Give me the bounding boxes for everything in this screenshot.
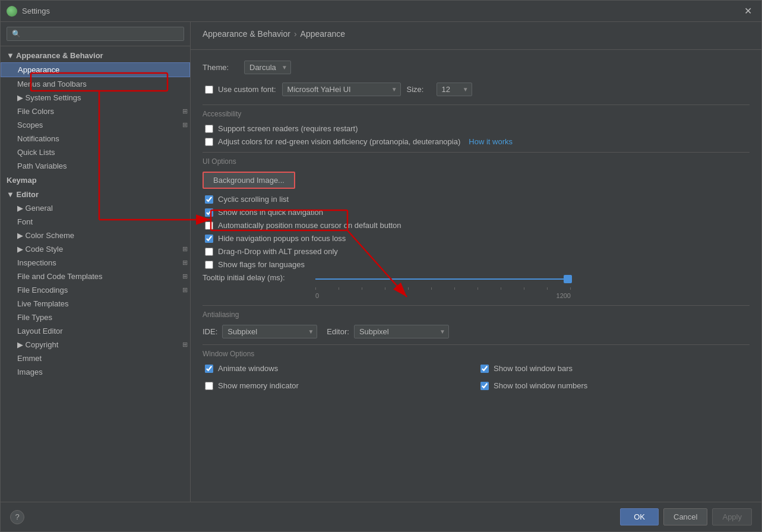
sidebar-item-quick-lists[interactable]: Quick Lists xyxy=(1,145,190,159)
sidebar-item-copyright[interactable]: ▶ Copyright ⊞ xyxy=(1,338,190,352)
accessibility-title: Accessibility xyxy=(203,110,750,118)
screen-reader-checkbox[interactable] xyxy=(205,125,213,133)
apply-button[interactable]: Apply xyxy=(712,508,752,525)
screen-reader-row: Support screen readers (requires restart… xyxy=(203,124,750,133)
search-input[interactable] xyxy=(7,27,184,41)
copy-icon7: ⊞ xyxy=(182,341,188,349)
color-adj-checkbox[interactable] xyxy=(205,138,213,146)
show-flags-label[interactable]: Show flags for languages xyxy=(218,260,305,269)
custom-font-label[interactable]: Use custom font: xyxy=(218,85,276,94)
ide-label: IDE: xyxy=(203,327,217,336)
font-row: Use custom font: Microsoft YaHei UI ▼ Si… xyxy=(203,83,750,96)
sidebar-item-code-style[interactable]: ▶ Code Style ⊞ xyxy=(1,242,190,256)
show-memory-checkbox[interactable] xyxy=(205,382,213,390)
tick xyxy=(524,287,524,290)
help-button[interactable]: ? xyxy=(10,510,24,524)
sidebar-item-menus-toolbars[interactable]: Menus and Toolbars xyxy=(1,77,190,91)
background-image-button[interactable]: Background Image... xyxy=(203,172,295,189)
sidebar-item-keymap[interactable]: Keymap xyxy=(1,173,190,188)
sidebar-item-file-code-templates[interactable]: File and Code Templates ⊞ xyxy=(1,270,190,283)
window-title: Settings xyxy=(22,7,741,15)
sidebar-item-font[interactable]: Font xyxy=(1,215,190,229)
bottom-left: ? xyxy=(10,510,24,524)
sidebar-item-appearance[interactable]: Appearance xyxy=(1,62,190,77)
slider-track[interactable] xyxy=(315,273,571,285)
ide-dropdown-wrapper[interactable]: Subpixel ▼ xyxy=(222,325,317,338)
sidebar-item-layout-editor[interactable]: Layout Editor xyxy=(1,324,190,338)
sidebar-item-file-types[interactable]: File Types xyxy=(1,311,190,324)
show-tool-numbers-checkbox[interactable] xyxy=(480,382,489,390)
cyclic-scroll-label[interactable]: Cyclic scrolling in list xyxy=(218,195,289,204)
sidebar-item-color-scheme[interactable]: ▶ Color Scheme xyxy=(1,229,190,242)
sidebar-item-emmet[interactable]: Emmet xyxy=(1,352,190,365)
sidebar-item-images[interactable]: Images xyxy=(1,365,190,379)
editor-dropdown-wrapper[interactable]: Subpixel ▼ xyxy=(354,325,449,338)
close-button[interactable]: ✕ xyxy=(741,4,755,18)
show-tool-bars-checkbox[interactable] xyxy=(480,365,489,373)
tooltip-row: Tooltip initial delay (ms): xyxy=(203,273,750,299)
breadcrumb: Appearance & Behavior › Appearance xyxy=(191,22,761,43)
sidebar-item-file-colors[interactable]: File Colors ⊞ xyxy=(1,104,190,118)
screen-reader-label[interactable]: Support screen readers (requires restart… xyxy=(218,124,358,133)
sidebar-item-file-encodings[interactable]: File Encodings ⊞ xyxy=(1,283,190,297)
tick xyxy=(385,287,385,290)
tick xyxy=(570,287,571,290)
show-icons-checkbox[interactable] xyxy=(205,208,213,217)
cyclic-scroll-row: Cyclic scrolling in list xyxy=(203,195,750,204)
size-select[interactable]: 12 xyxy=(437,83,472,96)
sidebar-item-scopes[interactable]: Scopes ⊞ xyxy=(1,118,190,132)
font-dropdown-wrapper[interactable]: Microsoft YaHei UI ▼ xyxy=(282,83,401,96)
cancel-button[interactable]: Cancel xyxy=(663,508,707,525)
ok-button[interactable]: OK xyxy=(620,508,659,525)
antialiasing-row: IDE: Subpixel ▼ Editor: xyxy=(203,325,750,338)
hide-nav-checkbox[interactable] xyxy=(205,235,213,243)
search-box[interactable] xyxy=(1,22,190,46)
theme-select[interactable]: Darcula xyxy=(244,61,291,74)
tick xyxy=(454,287,455,290)
show-tool-numbers-row: Show tool window numbers xyxy=(478,381,750,390)
auto-pos-checkbox[interactable] xyxy=(205,221,213,230)
sidebar-item-system-settings[interactable]: ▶ System Settings xyxy=(1,91,190,104)
cyclic-scroll-checkbox[interactable] xyxy=(205,195,213,204)
sidebar-item-inspections[interactable]: Inspections ⊞ xyxy=(1,256,190,270)
slider-thumb[interactable] xyxy=(564,275,572,283)
color-adj-label[interactable]: Adjust colors for red-green vision defic… xyxy=(218,137,460,146)
sidebar-item-live-templates[interactable]: Live Templates xyxy=(1,297,190,311)
dnd-alt-label[interactable]: Drag-n-Drop with ALT pressed only xyxy=(218,247,338,256)
theme-label: Theme: xyxy=(203,63,238,72)
copy-icon5: ⊞ xyxy=(182,273,188,280)
tooltip-label: Tooltip initial delay (ms): xyxy=(203,273,309,282)
copy-icon6: ⊞ xyxy=(182,286,188,294)
copy-icon4: ⊞ xyxy=(182,259,188,267)
settings-panel: Theme: Darcula ▼ Use custom font: xyxy=(191,55,761,502)
auto-pos-row: Automatically position mouse cursor on d… xyxy=(203,221,750,230)
show-tool-numbers-label[interactable]: Show tool window numbers xyxy=(494,381,587,390)
slider-container[interactable]: 0 1200 xyxy=(315,273,571,299)
dnd-alt-checkbox[interactable] xyxy=(205,248,213,256)
ide-dropdown[interactable]: Subpixel xyxy=(222,325,317,338)
show-tool-bars-label[interactable]: Show tool window bars xyxy=(494,364,573,373)
sidebar-item-editor[interactable]: ▼ Editor xyxy=(1,188,190,201)
editor-dropdown[interactable]: Subpixel xyxy=(354,325,449,338)
slider-line xyxy=(315,278,571,280)
how-it-works-link[interactable]: How it works xyxy=(469,137,513,146)
hide-nav-label[interactable]: Hide navigation popups on focus loss xyxy=(218,234,346,243)
show-flags-checkbox[interactable] xyxy=(205,261,213,269)
animate-windows-label[interactable]: Animate windows xyxy=(218,364,278,373)
sidebar-item-path-variables[interactable]: Path Variables xyxy=(1,159,190,173)
sidebar-item-appearance-behavior[interactable]: ▼ Appearance & Behavior xyxy=(1,49,190,62)
size-dropdown-wrapper[interactable]: 12 ▼ xyxy=(437,83,472,96)
show-icons-label[interactable]: Show icons in quick navigation xyxy=(218,208,323,217)
antialiasing-title: Antialiasing xyxy=(203,311,750,319)
theme-dropdown-wrapper[interactable]: Darcula ▼ xyxy=(244,61,291,74)
custom-font-checkbox[interactable] xyxy=(205,86,213,94)
font-select[interactable]: Microsoft YaHei UI xyxy=(282,83,401,96)
sidebar-item-general[interactable]: ▶ General xyxy=(1,201,190,215)
animate-windows-checkbox[interactable] xyxy=(205,365,213,373)
slider-min: 0 xyxy=(315,292,319,299)
color-adj-row: Adjust colors for red-green vision defic… xyxy=(203,137,750,146)
ide-antialiasing: IDE: Subpixel ▼ xyxy=(203,325,317,338)
show-memory-label[interactable]: Show memory indicator xyxy=(218,381,299,390)
auto-pos-label[interactable]: Automatically position mouse cursor on d… xyxy=(218,221,401,230)
sidebar-item-notifications[interactable]: Notifications xyxy=(1,132,190,145)
